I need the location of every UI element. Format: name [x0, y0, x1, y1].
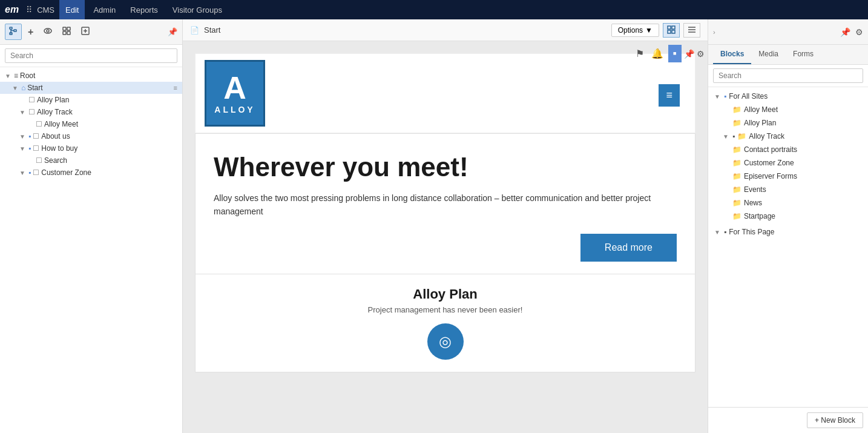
about-us-folder-icon: ▪ [28, 132, 31, 140]
root-icon: ≡ [14, 71, 18, 80]
startpage-folder-icon: 📁 [732, 212, 741, 220]
main-layout: + [0, 19, 868, 433]
reports-button[interactable]: Reports [124, 0, 164, 19]
hero-description: Alloy solves the two most pressing probl… [214, 191, 677, 219]
tree-item-alloy-plan[interactable]: ☐ Alloy Plan [0, 94, 182, 106]
start-actions[interactable]: ≡ [174, 84, 177, 91]
tree-item-how-to-buy-label: How to buy [41, 144, 177, 153]
tree-item-alloy-track[interactable]: ▼ ☐ Alloy Track [0, 106, 182, 118]
new-block-button[interactable]: + New Block [807, 412, 863, 428]
tab-blocks[interactable]: Blocks [713, 45, 751, 64]
preview-area: A ALLOY ≡ Wherever you meet! Alloy solve… [183, 41, 708, 433]
page-tree: ▼ ≡ Root ▼ ⌂ Start ≡ ☐ Alloy Plan ▼ ☐ Al [0, 67, 182, 433]
right-tree-customer-zone[interactable]: 📁 Customer Zone [708, 156, 868, 170]
tree-item-about-us-label: About us [41, 132, 177, 140]
zoom-button[interactable] [58, 24, 75, 40]
right-tree-for-this-page[interactable]: ▼ ▪ For This Page [708, 225, 868, 239]
svg-rect-15 [672, 26, 675, 29]
right-tree-news[interactable]: 📁 News [708, 196, 868, 210]
customer-zone-label-right: Customer Zone [744, 159, 794, 167]
tree-item-start[interactable]: ▼ ⌂ Start ≡ [0, 82, 182, 94]
alloy-track-doc-icon: ☐ [28, 108, 35, 116]
search-input[interactable] [5, 48, 177, 63]
right-search-input[interactable] [713, 68, 863, 83]
tree-item-alloy-track-label: Alloy Track [37, 108, 177, 116]
expand-start-icon: ▼ [12, 85, 19, 91]
tree-view-button[interactable] [5, 24, 22, 40]
right-tree-alloy-track[interactable]: ▼ ▪ 📁 Alloy Track [708, 130, 868, 143]
svg-rect-8 [67, 27, 70, 30]
for-this-page-label: For This Page [729, 228, 774, 236]
page-doc-icon: ☐ [28, 96, 35, 104]
sidebar-search [0, 45, 182, 67]
right-gear-button[interactable]: ⚙ [855, 27, 863, 37]
hamburger-menu[interactable]: ≡ [659, 84, 680, 107]
edit-button[interactable]: Edit [59, 0, 85, 19]
options-button[interactable]: Options ▼ [611, 24, 659, 37]
expand-customer-zone-icon: ▼ [19, 170, 27, 176]
pin-button-right[interactable]: 📌 [684, 49, 694, 59]
tree-item-search[interactable]: ☐ Search [0, 154, 182, 167]
startpage-label: Startpage [744, 212, 775, 220]
right-tree-startpage[interactable]: 📁 Startpage [708, 210, 868, 223]
add-content-button[interactable] [77, 24, 94, 40]
tree-item-root[interactable]: ▼ ≡ Root [0, 70, 182, 82]
tree-item-customer-zone[interactable]: ▼ ▪ ☐ Customer Zone [0, 167, 182, 179]
visitor-groups-button[interactable]: Visitor Groups [166, 0, 228, 19]
for-all-sites-icon: ▪ [724, 92, 726, 101]
events-folder-icon: 📁 [732, 185, 741, 194]
cms-label: CMS [37, 5, 54, 15]
right-tree-alloy-plan[interactable]: 📁 Alloy Plan [708, 116, 868, 130]
tab-media[interactable]: Media [751, 45, 786, 64]
expand-icon: ▼ [5, 73, 12, 79]
right-tree-events[interactable]: 📁 Events [708, 183, 868, 196]
tree-item-alloy-plan-label: Alloy Plan [37, 96, 177, 104]
home-icon: ⌂ [21, 84, 25, 92]
right-sidebar-expand[interactable]: › [713, 28, 715, 36]
read-more-button[interactable]: Read more [580, 234, 677, 262]
right-tree-episerver-forms[interactable]: 📁 Episerver Forms [708, 170, 868, 183]
search-doc-icon: ☐ [36, 156, 42, 165]
admin-button[interactable]: Admin [87, 0, 122, 19]
alloy-track-expand-icon: ▪ [732, 132, 735, 140]
preview-button[interactable] [39, 24, 56, 40]
grid-icon[interactable]: ⠿ [26, 5, 32, 15]
flag-button[interactable]: ⚑ [633, 45, 646, 62]
right-tree-alloy-meet[interactable]: 📁 Alloy Meet [708, 103, 868, 116]
right-tree-for-all-sites[interactable]: ▼ ▪ For All Sites [708, 90, 868, 103]
breadcrumb-page-name: Start [204, 25, 220, 35]
add-page-button[interactable]: + [24, 24, 38, 41]
top-navigation: em ⠿ CMS Edit Admin Reports Visitor Grou… [0, 0, 868, 19]
brand-name: ALLOY [214, 105, 255, 114]
tree-item-about-us[interactable]: ▼ ▪ ☐ About us [0, 130, 182, 142]
for-this-page-expand-icon: ▪ [724, 228, 726, 236]
customer-zone-folder-icon-right: 📁 [732, 159, 741, 167]
list-layout-button[interactable] [683, 23, 700, 38]
svg-rect-16 [668, 30, 671, 33]
notification-button[interactable]: 🔔 [649, 45, 666, 62]
alloy-plan-title: Alloy Plan [208, 286, 683, 302]
svg-rect-14 [668, 26, 671, 29]
how-to-buy-folder-icon: ▪ [28, 144, 31, 153]
pin-icon-left[interactable]: 📌 [168, 27, 177, 36]
alloy-track-label-right: Alloy Track [749, 132, 784, 140]
tree-item-customer-zone-label: Customer Zone [41, 168, 177, 177]
svg-rect-2 [14, 30, 16, 31]
logo: em [5, 4, 19, 15]
right-tree-contact-portraits[interactable]: 📁 Contact portraits [708, 143, 868, 156]
breadcrumb-bar: 📄 Start Options ▼ [183, 19, 708, 41]
media-button[interactable]: ▪ [668, 45, 682, 62]
customer-zone-folder-icon: ▪ [28, 168, 31, 177]
tree-item-how-to-buy[interactable]: ▼ ▪ ☐ How to buy [0, 142, 182, 154]
right-bottom-bar: + New Block [708, 407, 868, 433]
grid-layout-button[interactable] [663, 23, 680, 38]
gear-button[interactable]: ⚙ [697, 49, 705, 59]
alloy-plan-subtitle: Project management has never been easier… [208, 305, 683, 314]
contact-portraits-label: Contact portraits [744, 145, 797, 154]
right-pin-button[interactable]: 📌 [840, 27, 850, 37]
tree-item-alloy-meet[interactable]: ☐ Alloy Meet [0, 118, 182, 130]
svg-rect-10 [67, 31, 70, 35]
tab-forms[interactable]: Forms [786, 45, 821, 64]
right-sidebar-search [708, 65, 868, 87]
expand-how-to-buy-icon: ▼ [19, 145, 27, 152]
